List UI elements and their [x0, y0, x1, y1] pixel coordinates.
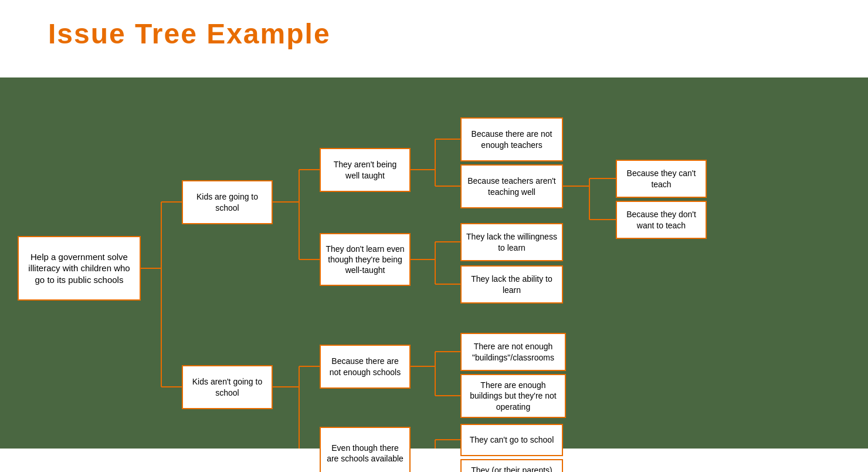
node-buildings-not-operating: There are enough buildings but they're n…: [460, 374, 566, 418]
node-teachers-not-teaching: Because teachers aren't teaching well: [460, 164, 563, 208]
node-root: Help a government solve illiteracy with …: [18, 236, 141, 301]
footer-bg: [0, 449, 868, 472]
node-not-enough-teachers: Because there are not enough teachers: [460, 117, 563, 161]
node-lack-willingness: They lack the willingness to learn: [460, 223, 563, 261]
node-lack-ability: They lack the ability to learn: [460, 265, 563, 304]
node-not-well-taught: They aren't being well taught: [320, 148, 411, 192]
node-not-enough-buildings: There are not enough "buildings"/classro…: [460, 333, 566, 371]
node-dont-want-teach: Because they don't want to teach: [616, 201, 707, 239]
node-dont-learn: They don't learn even though they're bei…: [320, 233, 411, 286]
page-title: Issue Tree Example: [48, 18, 331, 50]
node-dont-want: They (or their parents) don't want to go…: [460, 459, 563, 472]
node-schools-available: Even though there are schools available: [320, 427, 411, 472]
node-not-enough-schools: Because there are not enough schools: [320, 345, 411, 389]
tree-diagram: Help a government solve illiteracy with …: [0, 77, 868, 449]
node-cant-teach: Because they can't teach: [616, 160, 707, 198]
node-kids-not-going: Kids aren't going to school: [182, 365, 273, 409]
node-kids-going: Kids are going to school: [182, 180, 273, 224]
node-cant-go: They can't go to school: [460, 424, 563, 456]
